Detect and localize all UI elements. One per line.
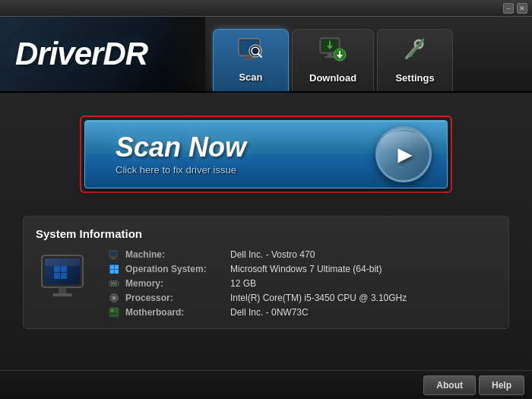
label-os: Operation System: — [125, 264, 224, 274]
svg-rect-32 — [112, 257, 115, 258]
logo-area: DriverDR — [0, 17, 205, 91]
scan-now-title: Scan Now — [116, 134, 246, 161]
svg-rect-41 — [111, 283, 112, 285]
tab-settings[interactable]: Settings — [377, 29, 453, 91]
label-processor: Processor: — [125, 293, 224, 303]
info-row-os: Operation System: Microsoft Windows 7 Ul… — [109, 264, 496, 274]
svg-rect-50 — [116, 286, 116, 287]
info-row-motherboard: Motherboard: Dell Inc. - 0NW73C — [109, 307, 496, 318]
main-container: DriverDR — [0, 17, 532, 399]
system-info-table: Machine: Dell Inc. - Vostro 470 Operatio… — [109, 249, 496, 318]
svg-rect-70 — [115, 311, 118, 312]
svg-rect-33 — [110, 258, 116, 259]
footer: About Help — [0, 370, 532, 399]
svg-rect-46 — [113, 280, 114, 281]
svg-rect-11 — [328, 53, 332, 56]
logo-dr: DR — [103, 36, 147, 71]
tab-scan-label: Scan — [239, 71, 262, 83]
value-memory: 12 GB — [230, 278, 256, 289]
svg-rect-69 — [115, 309, 118, 310]
about-button[interactable]: About — [423, 375, 476, 395]
svg-rect-36 — [115, 265, 119, 269]
tab-download[interactable]: Download — [292, 29, 374, 91]
scan-now-text: Scan Now Click here to fix driver issue — [116, 134, 246, 176]
info-row-processor: Processor: Intel(R) Core(TM) i5-3450 CPU… — [109, 293, 496, 303]
scan-tab-icon — [236, 37, 266, 68]
svg-rect-25 — [52, 293, 72, 296]
system-info-title: System Information — [36, 227, 496, 240]
logo: DriverDR — [15, 36, 147, 72]
label-motherboard: Motherboard: — [125, 307, 224, 318]
help-button[interactable]: Help — [479, 375, 524, 395]
svg-rect-43 — [114, 283, 115, 285]
svg-rect-23 — [45, 258, 80, 266]
svg-rect-42 — [112, 283, 113, 285]
value-processor: Intel(R) Core(TM) i5-3450 CPU @ 3.10GHz — [230, 293, 407, 303]
tab-scan[interactable]: Scan — [213, 29, 289, 91]
scan-now-subtitle: Click here to fix driver issue — [116, 164, 246, 176]
svg-rect-37 — [110, 270, 114, 274]
tab-settings-label: Settings — [395, 72, 434, 84]
svg-rect-47 — [116, 280, 116, 281]
svg-rect-38 — [115, 270, 119, 274]
svg-rect-26 — [54, 266, 60, 272]
logo-driver: Driver — [15, 36, 103, 71]
close-button[interactable]: ✕ — [517, 3, 527, 14]
svg-rect-28 — [54, 273, 60, 279]
svg-rect-68 — [111, 309, 113, 312]
svg-rect-29 — [61, 273, 67, 279]
svg-rect-53 — [112, 296, 116, 299]
svg-rect-6 — [243, 59, 255, 60]
svg-rect-31 — [110, 252, 116, 256]
scan-now-wrapper: Scan Now Click here to fix driver issue … — [80, 116, 452, 193]
download-tab-icon — [318, 36, 347, 69]
info-row-machine: Machine: Dell Inc. - Vostro 470 — [109, 249, 496, 260]
system-info-panel: System Information — [23, 216, 509, 329]
svg-rect-24 — [59, 287, 66, 293]
svg-rect-35 — [110, 265, 114, 269]
minimize-button[interactable]: – — [503, 3, 514, 14]
system-info-content: Machine: Dell Inc. - Vostro 470 Operatio… — [36, 249, 496, 318]
scan-now-arrow: ► — [375, 126, 432, 182]
tab-download-label: Download — [309, 72, 356, 84]
svg-rect-72 — [110, 315, 118, 316]
window-controls[interactable]: – ✕ — [503, 3, 527, 14]
svg-rect-49 — [113, 286, 114, 287]
svg-rect-27 — [61, 266, 67, 272]
svg-rect-45 — [111, 280, 112, 281]
info-row-memory: Memory: 12 GB — [109, 278, 496, 289]
svg-rect-44 — [116, 283, 116, 285]
nav-tabs: Scan — [205, 17, 532, 91]
label-machine: Machine: — [125, 249, 224, 260]
value-machine: Dell Inc. - Vostro 470 — [230, 249, 315, 260]
svg-rect-5 — [246, 55, 252, 59]
label-memory: Memory: — [125, 278, 224, 289]
header: DriverDR — [0, 17, 532, 93]
value-os: Microsoft Windows 7 Ultimate (64-bit) — [230, 264, 382, 274]
settings-tab-icon — [401, 36, 429, 69]
svg-rect-48 — [111, 286, 112, 287]
computer-illustration — [36, 249, 97, 310]
title-bar: – ✕ — [0, 0, 532, 17]
arrow-icon: ► — [393, 141, 417, 169]
value-motherboard: Dell Inc. - 0NW73C — [230, 307, 309, 318]
scan-now-button[interactable]: Scan Now Click here to fix driver issue … — [84, 120, 448, 188]
content-area: Scan Now Click here to fix driver issue … — [0, 93, 532, 370]
